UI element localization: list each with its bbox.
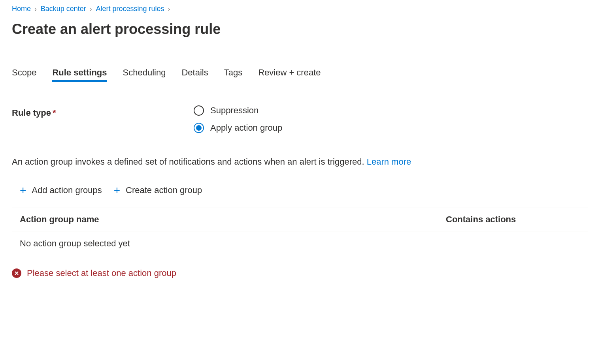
breadcrumb-alert-processing-rules[interactable]: Alert processing rules: [96, 5, 164, 13]
add-action-groups-button[interactable]: + Add action groups: [20, 185, 102, 196]
table-empty-row: No action group selected yet: [12, 231, 588, 256]
tabs: Scope Rule settings Scheduling Details T…: [12, 65, 588, 82]
rule-type-radio-group: Suppression Apply action group: [194, 105, 282, 133]
radio-suppression-label: Suppression: [210, 105, 258, 116]
page-title: Create an alert processing rule: [12, 21, 588, 38]
tab-tags[interactable]: Tags: [224, 65, 242, 82]
add-action-groups-label: Add action groups: [32, 185, 102, 195]
chevron-right-icon: ›: [35, 6, 37, 12]
action-buttons: + Add action groups + Create action grou…: [20, 185, 588, 196]
rule-type-label: Rule type*: [12, 105, 194, 118]
description-text: An action group invokes a defined set of…: [12, 157, 588, 167]
action-group-table: Action group name Contains actions No ac…: [12, 208, 588, 256]
tab-review-create[interactable]: Review + create: [258, 65, 321, 82]
tab-details[interactable]: Details: [181, 65, 208, 82]
tab-rule-settings[interactable]: Rule settings: [52, 65, 107, 82]
error-message: Please select at least one action group: [12, 268, 588, 278]
rule-type-row: Rule type* Suppression Apply action grou…: [12, 105, 588, 133]
col-action-group-name: Action group name: [20, 214, 446, 225]
error-icon: [12, 268, 21, 278]
tab-scheduling[interactable]: Scheduling: [123, 65, 166, 82]
empty-message: No action group selected yet: [20, 238, 580, 249]
create-action-group-button[interactable]: + Create action group: [114, 185, 202, 196]
error-text: Please select at least one action group: [27, 268, 176, 278]
learn-more-link[interactable]: Learn more: [367, 157, 411, 167]
plus-icon: +: [114, 185, 120, 196]
create-action-group-label: Create action group: [126, 185, 202, 195]
breadcrumb: Home › Backup center › Alert processing …: [12, 5, 588, 13]
col-contains-actions: Contains actions: [446, 214, 580, 225]
chevron-right-icon: ›: [168, 6, 170, 12]
required-asterisk: *: [53, 108, 56, 118]
breadcrumb-home[interactable]: Home: [12, 5, 31, 13]
radio-icon: [194, 105, 204, 116]
radio-suppression[interactable]: Suppression: [194, 105, 282, 116]
radio-apply-action-group-label: Apply action group: [210, 123, 282, 133]
plus-icon: +: [20, 185, 26, 196]
breadcrumb-backup-center[interactable]: Backup center: [41, 5, 86, 13]
radio-apply-action-group[interactable]: Apply action group: [194, 123, 282, 133]
chevron-right-icon: ›: [90, 6, 92, 12]
tab-scope[interactable]: Scope: [12, 65, 36, 82]
radio-icon: [194, 123, 204, 133]
table-header: Action group name Contains actions: [12, 208, 588, 231]
